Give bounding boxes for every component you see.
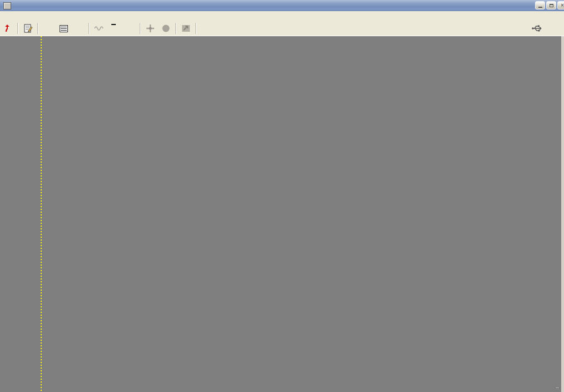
ms-overbar xyxy=(111,24,116,25)
toolbar-separator xyxy=(195,23,197,34)
app-window: × xyxy=(0,0,564,392)
toolbar-separator xyxy=(175,23,176,34)
title-bar[interactable]: × xyxy=(0,0,564,11)
report-button[interactable] xyxy=(20,22,36,35)
toolbar-separator xyxy=(37,23,38,34)
minimize-button[interactable] xyxy=(535,1,545,9)
restore-icon xyxy=(550,4,553,7)
ms-plus-button[interactable] xyxy=(122,22,138,35)
close-button[interactable]: × xyxy=(557,1,564,9)
record-button[interactable] xyxy=(158,22,174,35)
next-page-button[interactable] xyxy=(71,22,87,35)
toolbar xyxy=(0,21,564,36)
marker-button[interactable] xyxy=(143,22,158,35)
toolbar-separator xyxy=(17,23,18,34)
scale-button[interactable] xyxy=(178,22,194,35)
chart-area[interactable] xyxy=(0,36,564,392)
notepad-icon xyxy=(23,24,33,33)
font-larger-button[interactable] xyxy=(214,22,229,35)
usb-connection-button[interactable] xyxy=(529,22,545,35)
usb-icon xyxy=(531,23,543,33)
restore-button[interactable] xyxy=(546,1,556,9)
record-circle-icon xyxy=(161,24,170,33)
menu-bar xyxy=(0,11,564,21)
toolbar-separator xyxy=(140,23,141,34)
back-button[interactable] xyxy=(0,22,16,35)
auto-scale-icon xyxy=(182,24,190,32)
toolbar-separator xyxy=(89,23,90,34)
parameter-list-button[interactable] xyxy=(56,22,71,35)
ms-timebase-button[interactable] xyxy=(107,22,122,35)
app-icon xyxy=(3,2,11,9)
scrollbar-strip[interactable] xyxy=(561,36,564,392)
waveform-button[interactable] xyxy=(91,22,107,35)
timebase-label xyxy=(555,387,560,389)
cursor-line[interactable] xyxy=(41,36,42,392)
crosshair-marker-icon xyxy=(146,24,155,33)
sine-wave-icon xyxy=(94,25,104,32)
font-smaller-button[interactable] xyxy=(198,22,214,35)
prev-page-button[interactable] xyxy=(40,22,56,35)
red-return-arrow-icon xyxy=(3,24,12,33)
list-icon xyxy=(60,25,68,32)
